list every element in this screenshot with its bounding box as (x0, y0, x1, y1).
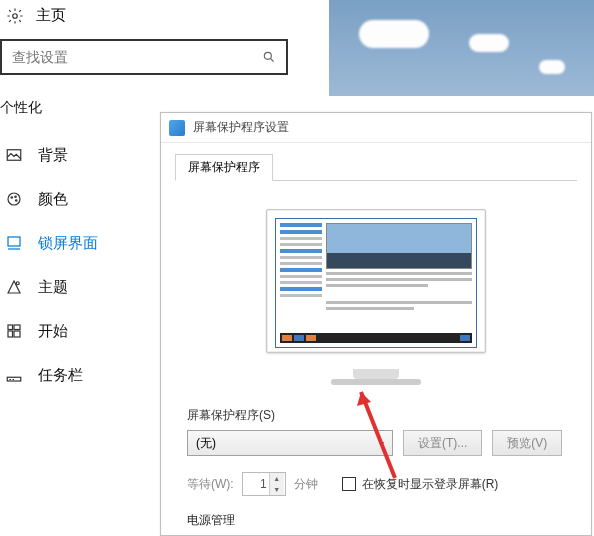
palette-icon (4, 189, 24, 209)
nav-label: 颜色 (38, 190, 68, 209)
svg-point-0 (13, 13, 18, 18)
svg-rect-11 (8, 331, 13, 337)
nav-label: 主题 (38, 278, 68, 297)
lock-icon (4, 233, 24, 253)
svg-point-4 (11, 197, 13, 199)
svg-point-8 (16, 282, 19, 285)
lockscreen-preview (329, 0, 594, 96)
wait-label: 等待(W): (187, 476, 234, 493)
select-value: (无) (196, 435, 216, 452)
wait-unit: 分钟 (294, 476, 318, 493)
gear-icon (6, 7, 24, 25)
start-icon (4, 321, 24, 341)
resume-login-checkbox[interactable]: 在恢复时显示登录屏幕(R) (342, 476, 499, 493)
svg-point-6 (16, 200, 18, 202)
search-box[interactable] (0, 39, 288, 75)
svg-rect-12 (14, 331, 20, 337)
theme-icon (4, 277, 24, 297)
power-section-label: 电源管理 (187, 512, 565, 529)
checkbox-icon (342, 477, 356, 491)
checkbox-label: 在恢复时显示登录屏幕(R) (362, 476, 499, 493)
nav-label: 背景 (38, 146, 68, 165)
svg-rect-9 (8, 325, 13, 330)
picture-icon (4, 145, 24, 165)
screensaver-label: 屏幕保护程序(S) (187, 407, 565, 424)
taskbar-icon (4, 365, 24, 385)
nav-label: 任务栏 (38, 366, 83, 385)
home-link[interactable]: 主页 (0, 0, 320, 35)
svg-rect-10 (14, 325, 20, 330)
search-icon (262, 50, 276, 64)
svg-point-1 (264, 52, 271, 59)
preview-button[interactable]: 预览(V) (492, 430, 562, 456)
svg-point-3 (8, 193, 20, 205)
search-input[interactable] (12, 49, 262, 65)
spin-down-icon[interactable]: ▼ (270, 484, 284, 495)
svg-point-5 (15, 196, 17, 198)
dialog-icon (169, 120, 185, 136)
spin-up-icon[interactable]: ▲ (270, 473, 284, 484)
wait-spinner[interactable]: ▲▼ (242, 472, 286, 496)
dialog-titlebar[interactable]: 屏幕保护程序设置 (161, 113, 591, 143)
svg-rect-7 (8, 237, 20, 246)
dialog-title-text: 屏幕保护程序设置 (193, 119, 289, 136)
nav-label: 锁屏界面 (38, 234, 98, 253)
nav-label: 开始 (38, 322, 68, 341)
tab-screensaver[interactable]: 屏幕保护程序 (175, 154, 273, 181)
monitor-preview (266, 209, 486, 353)
wait-input[interactable] (243, 477, 269, 491)
settings-button[interactable]: 设置(T)... (403, 430, 482, 456)
screensaver-select[interactable]: (无) ▾ (187, 430, 393, 456)
home-label: 主页 (36, 6, 66, 25)
chevron-down-icon: ▾ (379, 438, 384, 449)
screensaver-dialog: 屏幕保护程序设置 屏幕保护程序 屏幕保护程序(S) ( (160, 112, 592, 536)
